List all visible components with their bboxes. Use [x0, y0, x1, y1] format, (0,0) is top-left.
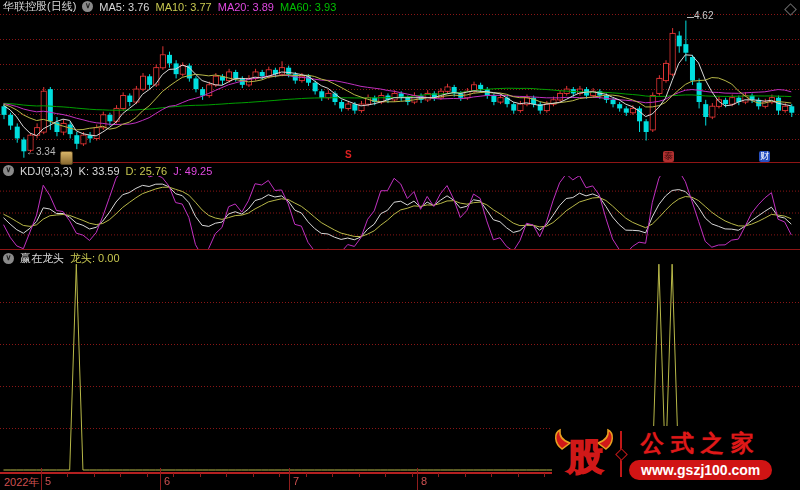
kdj-chart-canvas[interactable]	[0, 176, 800, 249]
kdj-panel-header: ∨ KDJ(9,3,3) K: 33.59 D: 25.76 J: 49.25	[3, 164, 212, 177]
stock-title: 华联控股(日线)	[3, 0, 76, 14]
dragon-value-label: 龙头: 0.00	[70, 251, 120, 266]
bull-stock-icon: 股	[552, 427, 618, 481]
axis-minor-tick	[465, 473, 466, 477]
axis-minor-tick	[359, 473, 360, 477]
ma60-value-label: MA60: 3.93	[280, 1, 336, 13]
kdj-j-label: J: 49.25	[173, 165, 212, 177]
axis-minor-tick	[412, 473, 413, 477]
gold-news-icon[interactable]	[60, 151, 73, 165]
collapse-kdj-panel-icon[interactable]: ∨	[3, 165, 14, 176]
axis-minor-tick	[67, 473, 68, 477]
kdj-title: KDJ(9,3,3)	[20, 165, 73, 177]
axis-minor-tick	[332, 473, 333, 477]
ma5-value-label: MA5: 3.76	[99, 1, 149, 13]
axis-month-label-8: 8	[421, 475, 427, 487]
bull-char-text: 股	[566, 436, 603, 477]
axis-month-label-5: 5	[45, 475, 51, 487]
axis-minor-tick	[544, 473, 545, 477]
ma20-value-label: MA20: 3.89	[218, 1, 274, 13]
collapse-main-panel-icon[interactable]: ∨	[82, 1, 93, 12]
axis-minor-tick	[438, 473, 439, 477]
logo-title: 公式之家	[641, 428, 761, 459]
sell-signal-marker: S	[345, 149, 352, 160]
axis-minor-tick	[200, 473, 201, 477]
main-chart-canvas[interactable]	[0, 12, 800, 162]
axis-month-tick	[417, 468, 418, 490]
high-price-label: 4.62	[694, 10, 713, 21]
kdj-d-label: D: 25.76	[126, 165, 168, 177]
dragon-panel-header: ∨ 赢在龙头 龙头: 0.00	[3, 252, 120, 265]
axis-minor-tick	[173, 473, 174, 477]
axis-year-label: 2022年	[4, 475, 39, 490]
axis-month-tick	[160, 468, 161, 490]
axis-month-tick	[289, 468, 290, 490]
axis-minor-tick	[94, 473, 95, 477]
watermark-logo: 股 公式之家 www.gszj100.com	[552, 426, 800, 482]
low-price-label: ←3.34	[26, 146, 55, 157]
dragon-title: 赢在龙头	[20, 251, 64, 266]
panel-separator	[0, 249, 800, 250]
axis-month-label-6: 6	[164, 475, 170, 487]
axis-month-tick	[41, 468, 42, 490]
main-panel-header: 华联控股(日线) ∨ MA5: 3.76 MA10: 3.77 MA20: 3.…	[3, 0, 336, 13]
axis-minor-tick	[279, 473, 280, 477]
axis-minor-tick	[120, 473, 121, 477]
axis-minor-tick	[253, 473, 254, 477]
panel-separator	[0, 162, 800, 163]
logo-url-pill[interactable]: www.gszj100.com	[629, 460, 772, 480]
ma10-value-label: MA10: 3.77	[155, 1, 211, 13]
axis-minor-tick	[226, 473, 227, 477]
high-price-leader-line	[687, 17, 694, 18]
axis-minor-tick	[491, 473, 492, 477]
event-badge-red-icon[interactable]: 泰	[663, 151, 674, 162]
axis-minor-tick	[518, 473, 519, 477]
app-window: 华联控股(日线) ∨ MA5: 3.76 MA10: 3.77 MA20: 3.…	[0, 0, 800, 490]
axis-minor-tick	[385, 473, 386, 477]
kdj-k-label: K: 33.59	[79, 165, 120, 177]
axis-minor-tick	[306, 473, 307, 477]
event-badge-blue-icon[interactable]: 财	[759, 151, 770, 162]
axis-minor-tick	[147, 473, 148, 477]
axis-month-label-7: 7	[293, 475, 299, 487]
collapse-dragon-panel-icon[interactable]: ∨	[3, 253, 14, 264]
logo-divider	[620, 431, 625, 477]
